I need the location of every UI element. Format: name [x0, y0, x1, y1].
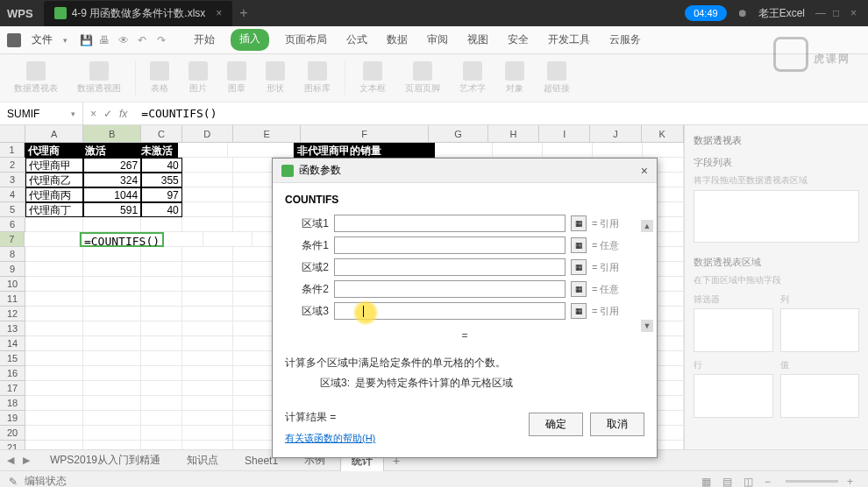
- row-header-16[interactable]: 16: [0, 366, 25, 381]
- cell-A5[interactable]: 代理商丁: [25, 202, 83, 217]
- col-header-f[interactable]: F: [301, 125, 428, 142]
- cell-D11[interactable]: [182, 292, 233, 307]
- cell-B15[interactable]: [83, 351, 141, 366]
- view-layout-icon[interactable]: ▤: [722, 476, 735, 488]
- cell-A16[interactable]: [25, 366, 83, 381]
- row-header-4[interactable]: 4: [0, 187, 25, 202]
- qat-redo-icon[interactable]: ↷: [157, 34, 169, 46]
- rows-box[interactable]: [694, 374, 773, 418]
- cell-A8[interactable]: [25, 247, 83, 262]
- row-header-17[interactable]: 17: [0, 381, 25, 396]
- row-header-13[interactable]: 13: [0, 321, 25, 336]
- record-icon[interactable]: ⏺: [737, 7, 748, 19]
- cell-A15[interactable]: [25, 351, 83, 366]
- cell-C7[interactable]: [164, 232, 203, 247]
- row-header-20[interactable]: 20: [0, 426, 25, 441]
- param-scrollbar[interactable]: ▲ ▼: [641, 220, 655, 334]
- ribbon-wordart[interactable]: 艺术字: [454, 61, 491, 95]
- param-input-3[interactable]: [334, 280, 566, 298]
- cell-C4[interactable]: 97: [141, 187, 182, 202]
- accept-formula-icon[interactable]: ✓: [103, 108, 112, 120]
- row-header-18[interactable]: 18: [0, 396, 25, 411]
- filters-box[interactable]: [694, 308, 773, 352]
- cell-B13[interactable]: [83, 321, 141, 336]
- col-header-g[interactable]: G: [429, 125, 488, 142]
- cell-B19[interactable]: [83, 411, 141, 426]
- zoom-slider[interactable]: [786, 480, 838, 483]
- sheet-nav-prev-icon[interactable]: ◀: [7, 455, 14, 466]
- param-ref-button-4[interactable]: ▦: [571, 303, 587, 319]
- ribbon-textbox[interactable]: 文本框: [354, 61, 391, 95]
- scroll-down-icon[interactable]: ▼: [641, 320, 653, 332]
- cell-B10[interactable]: [83, 277, 141, 292]
- zoom-in-icon[interactable]: +: [847, 476, 859, 488]
- qat-undo-icon[interactable]: ↶: [138, 34, 150, 46]
- cell-D9[interactable]: [182, 262, 233, 277]
- cell-D12[interactable]: [182, 307, 233, 321]
- cell-A17[interactable]: [25, 381, 83, 396]
- cell-A18[interactable]: [25, 396, 83, 411]
- cell-B20[interactable]: [83, 426, 141, 441]
- cell-B6[interactable]: [83, 217, 141, 232]
- ribbon-stamp[interactable]: 图章: [222, 61, 252, 95]
- file-menu[interactable]: 文件: [25, 29, 60, 51]
- cell-B16[interactable]: [83, 366, 141, 381]
- cell-B4[interactable]: 1044: [83, 187, 141, 202]
- cell-B7[interactable]: =COUNTIFS(): [80, 232, 164, 247]
- cell-D19[interactable]: [182, 411, 233, 426]
- param-input-1[interactable]: [334, 236, 566, 254]
- cell-A12[interactable]: [25, 307, 83, 321]
- cell-C2[interactable]: 40: [141, 158, 182, 173]
- maximize-button[interactable]: □: [833, 7, 843, 19]
- tab-view[interactable]: 视图: [464, 29, 492, 51]
- cell-A3[interactable]: 代理商乙: [25, 173, 83, 187]
- cell-A2[interactable]: 代理商甲: [25, 158, 83, 173]
- row-header-5[interactable]: 5: [0, 202, 25, 217]
- cell-A6[interactable]: [25, 217, 83, 232]
- cell-C11[interactable]: [141, 292, 182, 307]
- cell-D8[interactable]: [182, 247, 233, 262]
- cell-B21[interactable]: [83, 441, 141, 449]
- cell-D10[interactable]: [182, 277, 233, 292]
- cell-A9[interactable]: [25, 262, 83, 277]
- ribbon-iconlib[interactable]: 图标库: [299, 61, 336, 95]
- dialog-titlebar[interactable]: 函数参数 ×: [273, 159, 657, 183]
- sheet-tab-0[interactable]: WPS2019从入门到精通: [39, 449, 172, 471]
- row-header-14[interactable]: 14: [0, 336, 25, 351]
- row-header-12[interactable]: 12: [0, 307, 25, 321]
- cell-D3[interactable]: [182, 173, 233, 187]
- cell-C10[interactable]: [141, 277, 182, 292]
- ribbon-shapes[interactable]: 形状: [260, 61, 290, 95]
- help-link[interactable]: 有关该函数的帮助(H): [285, 433, 375, 443]
- cell-C18[interactable]: [141, 396, 182, 411]
- cell-A7[interactable]: [25, 232, 80, 247]
- row-header-11[interactable]: 11: [0, 292, 25, 307]
- cell-C20[interactable]: [141, 426, 182, 441]
- vals-box[interactable]: [780, 374, 860, 418]
- col-header-d[interactable]: D: [182, 125, 233, 142]
- name-box-input[interactable]: [7, 108, 60, 120]
- param-ref-button-3[interactable]: ▦: [571, 281, 587, 297]
- cell-C16[interactable]: [141, 366, 182, 381]
- cell-B3[interactable]: 324: [83, 173, 141, 187]
- cell-A1[interactable]: 代理商: [25, 143, 81, 158]
- cell-D7[interactable]: [203, 232, 253, 247]
- param-input-2[interactable]: [334, 258, 566, 276]
- cell-D1[interactable]: [178, 143, 228, 158]
- file-chevron-icon[interactable]: ▾: [63, 36, 68, 45]
- ribbon-picture[interactable]: 图片: [183, 61, 213, 95]
- cell-B11[interactable]: [83, 292, 141, 307]
- cell-B18[interactable]: [83, 396, 141, 411]
- field-list-box[interactable]: [694, 190, 859, 243]
- param-ref-button-2[interactable]: ▦: [571, 259, 587, 275]
- tab-review[interactable]: 审阅: [423, 29, 452, 51]
- row-header-1[interactable]: 1: [0, 143, 25, 158]
- cell-D15[interactable]: [182, 351, 233, 366]
- row-header-10[interactable]: 10: [0, 277, 25, 292]
- cell-K1[interactable]: [643, 143, 684, 158]
- cell-C5[interactable]: 40: [141, 202, 182, 217]
- ribbon-table[interactable]: 表格: [145, 61, 174, 95]
- row-header-9[interactable]: 9: [0, 262, 25, 277]
- select-all-corner[interactable]: [0, 125, 25, 142]
- close-button[interactable]: ×: [850, 7, 861, 19]
